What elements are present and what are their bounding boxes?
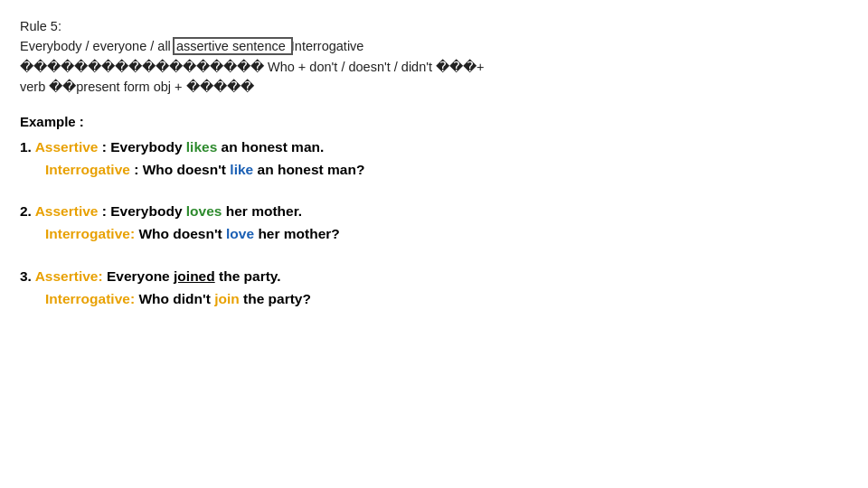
assertive-label-1: Assertive	[35, 139, 99, 155]
example-block-3: 3. Assertive: Everyone joined the party.…	[20, 266, 848, 311]
example-block-2: 2. Assertive : Everybody loves her mothe…	[20, 201, 848, 246]
interrogative-colon-3: Who didn't	[138, 291, 214, 306]
example-block-1: 1. Assertive : Everybody likes an honest…	[20, 136, 848, 182]
interrogative-verb-1: like	[230, 162, 253, 177]
interrogative-label-3: Interrogative:	[45, 291, 135, 306]
example-3-interrogative: Interrogative: Who didn't join the party…	[45, 288, 848, 311]
interrogative-verb-2: love	[226, 226, 254, 241]
assertive-rest-2: her mother.	[226, 203, 302, 219]
interrogative-rest-2: her mother?	[258, 226, 339, 241]
ex-num-1: 1.	[20, 139, 32, 155]
assertive-label-2: Assertive	[35, 203, 99, 219]
interrogative-label-1: Interrogative	[45, 162, 130, 177]
rule-line2-text: ������������������ Who + don't / doesn't…	[20, 60, 485, 74]
rule-line1-mid: Interrogative	[291, 39, 364, 53]
rule-box-text: assertive sentence	[176, 39, 289, 53]
interrogative-rest-3: the party?	[243, 291, 311, 306]
example-2-interrogative: Interrogative: Who doesn't love her moth…	[45, 223, 848, 246]
assertive-rest-3: the party.	[219, 268, 281, 284]
example-3-assertive: 3. Assertive: Everyone joined the party.	[20, 266, 848, 288]
rule-title: Rule 5:	[20, 16, 848, 36]
rule-line3: verb ��present form obj + �����	[20, 77, 848, 97]
assertive-colon-2: : Everybody	[102, 203, 186, 219]
assertive-label-3: Assertive:	[35, 268, 103, 284]
rule-box: assertive sentence	[175, 39, 291, 53]
interrogative-colon-1: : Who doesn't	[134, 162, 230, 177]
example-2-assertive: 2. Assertive : Everybody loves her mothe…	[20, 201, 848, 223]
example-label: Example :	[20, 114, 848, 129]
interrogative-verb-3: join	[214, 291, 240, 306]
rule-line3-text: verb ��present form obj + �����	[20, 80, 254, 94]
example-section: Example : 1. Assertive : Everybody likes…	[20, 114, 848, 311]
assertive-rest-1: an honest man.	[222, 139, 325, 155]
rule-line1-start: Everybody / everyone / all	[20, 39, 175, 53]
rule-body: Everybody / everyone / all assertive sen…	[20, 36, 848, 56]
assertive-colon-1: : Everybody	[102, 139, 186, 155]
assertive-verb-2: loves	[186, 203, 222, 219]
ex-num-2: 2.	[20, 203, 32, 219]
example-1-interrogative: Interrogative : Who doesn't like an hone…	[45, 159, 848, 182]
rule-title-text: Rule 5:	[20, 19, 61, 33]
rule-section: Rule 5: Everybody / everyone / all asser…	[20, 16, 848, 98]
interrogative-label-2: Interrogative:	[45, 226, 135, 241]
assertive-verb-3: joined	[174, 268, 215, 284]
interrogative-colon-2: Who doesn't	[138, 226, 226, 241]
assertive-verb-1: likes	[186, 139, 217, 155]
example-1-assertive: 1. Assertive : Everybody likes an honest…	[20, 136, 848, 159]
assertive-colon-3: Everyone	[107, 268, 174, 284]
interrogative-rest-1: an honest man?	[258, 162, 365, 177]
ex-num-3: 3.	[20, 268, 32, 284]
rule-line2: ������������������ Who + don't / doesn't…	[20, 57, 848, 77]
